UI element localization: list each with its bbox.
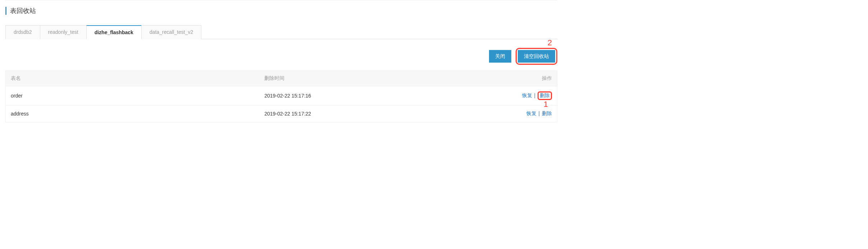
cell-ops: 恢复 | 删除 1 <box>480 86 557 105</box>
delete-link[interactable]: 删除 <box>540 92 550 98</box>
ops-separator: | <box>533 92 536 98</box>
cell-deleted-at: 2019-02-22 15:17:22 <box>259 105 480 122</box>
tab-data-recall-test-v2[interactable]: data_recall_test_v2 <box>141 25 201 39</box>
col-header-name: 表名 <box>6 71 260 86</box>
tab-readonly-test[interactable]: readonly_test <box>40 25 87 39</box>
annotation-label-2: 2 <box>548 39 552 47</box>
restore-link[interactable]: 恢复 <box>522 92 532 98</box>
clear-bin-button[interactable]: 清空回收站 <box>518 50 555 63</box>
annotation-label-1: 1 <box>544 100 548 108</box>
col-header-ops: 操作 <box>480 71 557 86</box>
action-bar: 关闭 2 清空回收站 <box>5 39 557 69</box>
ops-separator: | <box>538 110 540 116</box>
table-row: address 2019-02-22 15:17:22 恢复 | 删除 <box>6 105 557 122</box>
tab-drdsdb2[interactable]: drdsdb2 <box>5 25 40 39</box>
table-row: order 2019-02-22 15:17:16 恢复 | 删除 1 <box>6 86 557 105</box>
recycle-table: 表名 删除时间 操作 order 2019-02-22 15:17:16 恢复 … <box>5 71 557 122</box>
tab-bar: drdsdb2 readonly_test dizhe_flashback da… <box>5 25 557 39</box>
cell-name: address <box>6 105 260 122</box>
page-title: 表回收站 <box>5 7 557 15</box>
restore-link[interactable]: 恢复 <box>526 110 536 116</box>
delete-link[interactable]: 删除 <box>542 110 552 116</box>
annotation-box-1: 删除 1 <box>538 91 552 100</box>
page-header: 表回收站 <box>5 0 557 15</box>
table-header-row: 表名 删除时间 操作 <box>6 71 557 86</box>
tab-dizhe-flashback[interactable]: dizhe_flashback <box>86 25 142 39</box>
app-container: 表回收站 drdsdb2 readonly_test dizhe_flashba… <box>0 0 563 122</box>
col-header-deleted-at: 删除时间 <box>259 71 480 86</box>
annotation-box-2: 2 清空回收站 <box>516 48 557 65</box>
close-button[interactable]: 关闭 <box>489 50 511 63</box>
cell-name: order <box>6 86 260 105</box>
cell-deleted-at: 2019-02-22 15:17:16 <box>259 86 480 105</box>
